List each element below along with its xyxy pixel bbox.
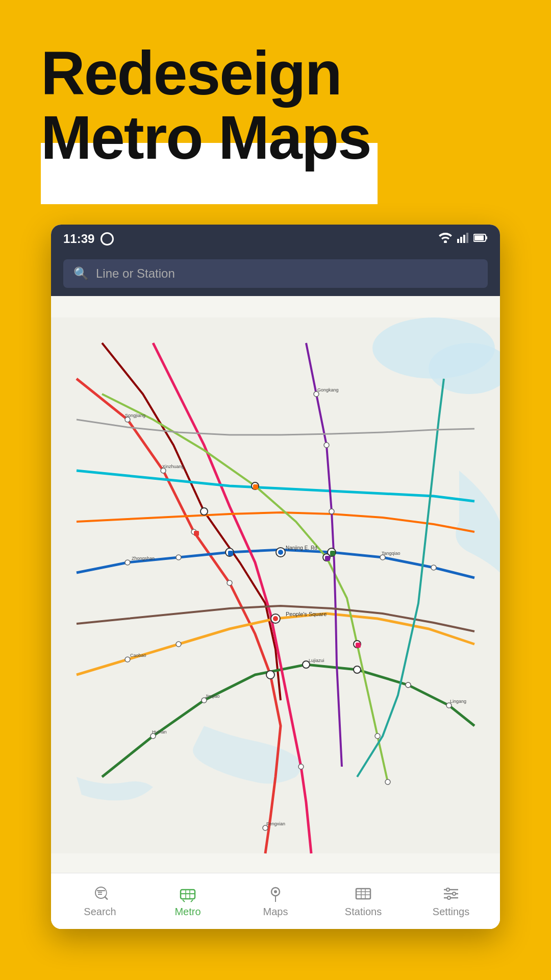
nav-item-metro[interactable]: Metro	[144, 885, 232, 918]
svg-point-27	[227, 580, 232, 585]
svg-point-37	[329, 509, 334, 514]
svg-rect-7	[474, 235, 484, 240]
svg-rect-64	[356, 643, 361, 648]
svg-text:Nanjing E. Rd: Nanjing E. Rd	[286, 545, 317, 551]
svg-point-0	[444, 240, 447, 243]
svg-point-32	[125, 657, 130, 662]
svg-rect-61	[330, 551, 335, 556]
svg-text:Tangqiao: Tangqiao	[382, 551, 400, 556]
svg-text:Gongkang: Gongkang	[317, 387, 339, 393]
headline-line1: Redeseign	[41, 41, 371, 105]
status-right	[439, 233, 488, 245]
settings-nav-label: Settings	[433, 906, 469, 918]
search-nav-label: Search	[84, 906, 116, 918]
nav-item-maps[interactable]: Maps	[232, 885, 319, 918]
bottom-navigation: Search Metro Maps	[51, 873, 500, 929]
svg-point-12	[273, 616, 278, 621]
maps-nav-label: Maps	[263, 906, 288, 918]
svg-point-28	[125, 560, 130, 565]
metro-map-area[interactable]: People's Square Nanjing E. Rd Songjiang …	[51, 296, 500, 875]
settings-nav-icon	[442, 885, 460, 903]
metro-nav-label: Metro	[174, 906, 201, 918]
svg-rect-1	[457, 239, 459, 243]
metro-nav-icon	[179, 885, 197, 903]
svg-point-82	[446, 888, 449, 891]
signal-icon	[457, 233, 468, 245]
svg-text:Songjiang: Songjiang	[125, 413, 145, 418]
svg-rect-2	[460, 237, 462, 243]
search-nav-icon	[91, 885, 109, 903]
svg-point-23	[354, 666, 361, 673]
search-icon: 🔍	[73, 266, 89, 281]
svg-point-43	[385, 779, 390, 785]
svg-point-29	[176, 555, 181, 560]
svg-rect-63	[325, 556, 330, 561]
svg-point-18	[201, 508, 208, 515]
svg-point-83	[453, 892, 456, 895]
wifi-icon	[439, 233, 452, 245]
svg-point-40	[406, 682, 411, 688]
svg-point-36	[324, 443, 329, 448]
svg-text:Huinan: Huinan	[152, 729, 167, 734]
nav-item-settings[interactable]: Settings	[407, 885, 495, 918]
svg-rect-3	[463, 235, 465, 243]
svg-rect-4	[466, 233, 468, 243]
svg-text:Zhongshan: Zhongshan	[132, 556, 155, 561]
svg-point-15	[266, 671, 274, 679]
metro-map-svg: People's Square Nanjing E. Rd Songjiang …	[51, 296, 500, 875]
svg-point-31	[431, 565, 436, 570]
svg-text:Lujiazui: Lujiazui	[309, 658, 324, 663]
svg-line-71	[191, 900, 193, 902]
maps-nav-icon	[266, 885, 285, 903]
nav-item-stations[interactable]: Stations	[319, 885, 407, 918]
svg-text:Xinzhuang: Xinzhuang	[162, 464, 184, 469]
nav-item-search[interactable]: Search	[56, 885, 144, 918]
dnd-icon	[101, 232, 114, 246]
svg-point-84	[447, 896, 450, 899]
svg-text:People's Square: People's Square	[286, 611, 327, 617]
svg-line-70	[183, 900, 185, 902]
stations-nav-label: Stations	[345, 906, 382, 918]
svg-text:Lingang: Lingang	[450, 699, 466, 704]
svg-text:Caobao: Caobao	[130, 653, 146, 658]
search-placeholder: Line or Station	[96, 266, 175, 281]
headline-line2: Metro Maps	[41, 105, 371, 169]
svg-point-42	[375, 733, 380, 739]
svg-text:Fengxian: Fengxian	[266, 821, 285, 826]
time-display: 11:39	[63, 232, 94, 246]
svg-point-14	[278, 550, 283, 555]
search-input-area[interactable]: 🔍 Line or Station	[63, 259, 488, 288]
svg-rect-6	[486, 236, 487, 239]
stations-nav-icon	[354, 885, 372, 903]
status-bar: 11:39	[51, 225, 500, 253]
svg-point-44	[298, 764, 304, 769]
svg-point-33	[176, 642, 181, 647]
svg-rect-59	[194, 531, 199, 536]
battery-icon	[473, 234, 488, 244]
search-bar-container[interactable]: 🔍 Line or Station	[51, 253, 500, 296]
phone-mockup: 11:39	[51, 225, 500, 929]
header-section: Redeseign Metro Maps	[41, 41, 371, 169]
status-left: 11:39	[63, 232, 114, 246]
svg-rect-62	[253, 484, 258, 489]
svg-point-73	[274, 890, 277, 893]
svg-rect-74	[356, 889, 370, 899]
svg-text:Jinqiao: Jinqiao	[205, 694, 220, 699]
svg-rect-60	[228, 551, 233, 556]
